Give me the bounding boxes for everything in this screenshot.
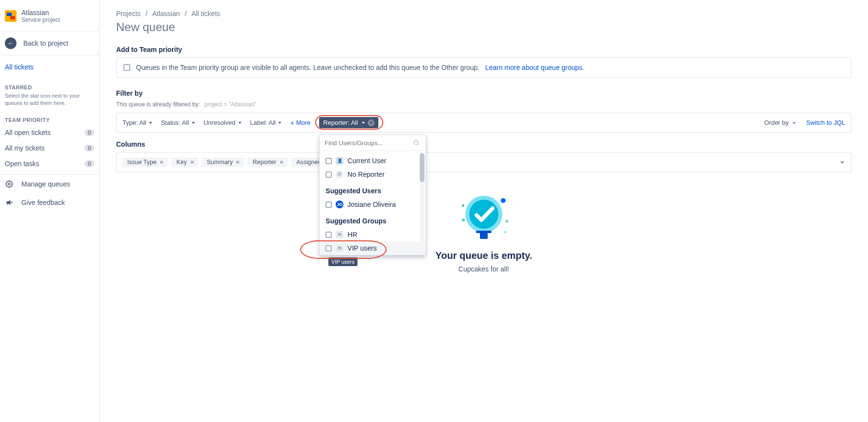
- reporter-dropdown: 👤 Current User No Reporter Suggested: [319, 135, 426, 255]
- close-icon[interactable]: ✕: [159, 159, 164, 166]
- project-header: Atlassian Service project: [0, 0, 99, 28]
- column-tag-summary[interactable]: Summary ✕: [202, 157, 244, 167]
- chevron-down-icon: [362, 122, 365, 124]
- breadcrumb-link-alltickets[interactable]: All tickets: [191, 10, 220, 17]
- search-icon: [413, 139, 420, 146]
- breadcrumb-separator: /: [146, 10, 148, 17]
- filter-chip-status[interactable]: Status: All: [161, 119, 195, 126]
- svg-point-5: [340, 233, 341, 235]
- sidebar-item-label: All open tickets: [5, 129, 51, 136]
- info-box-text: Queues in the Team priority group are vi…: [136, 64, 584, 71]
- column-tag-key[interactable]: Key ✕: [171, 157, 198, 167]
- breadcrumb-link-atlassian[interactable]: Atlassian: [152, 10, 180, 17]
- svg-line-2: [418, 144, 419, 146]
- svg-point-12: [501, 198, 506, 203]
- chevron-down-icon: [149, 122, 152, 124]
- checkbox[interactable]: [325, 202, 332, 208]
- empty-title: Your queue is empty.: [435, 250, 532, 261]
- svg-point-0: [8, 183, 10, 185]
- sidebar-queue-all-my[interactable]: All my tickets 0: [0, 140, 99, 156]
- filter-chip-type[interactable]: Type: All: [122, 119, 152, 126]
- learn-more-link[interactable]: Learn more about queue groups.: [485, 64, 584, 71]
- user-search-input[interactable]: [324, 139, 421, 147]
- main-content: Projects / Atlassian / All tickets New q…: [100, 0, 868, 422]
- switch-to-jql-link[interactable]: Switch to JQL: [806, 119, 845, 126]
- project-name: Atlassian: [21, 9, 60, 17]
- filter-chip-label[interactable]: Label: All: [250, 119, 282, 126]
- sidebar-item-label: All my tickets: [5, 144, 45, 152]
- group-icon: [336, 244, 343, 252]
- dropdown-item-no-reporter[interactable]: No Reporter: [320, 168, 425, 181]
- empty-state: Your queue is empty. Cupcakes for all!: [116, 186, 851, 273]
- starred-help-text: Select the star icon next to your queues…: [0, 92, 99, 111]
- filter-subtitle-prefix: This queue is already filtered by:: [116, 101, 200, 108]
- filter-subtitle-query: project = "Atlassian": [204, 101, 256, 108]
- chevron-down-icon: [238, 122, 241, 124]
- filter-more-button[interactable]: + More: [290, 119, 310, 126]
- user-avatar-icon: 👤: [336, 157, 343, 165]
- close-icon[interactable]: ✕: [279, 159, 284, 166]
- starred-heading: STARRED: [0, 79, 99, 92]
- checkbox[interactable]: [325, 171, 332, 178]
- column-tag-issuetype[interactable]: Issue Type ✕: [122, 157, 168, 167]
- breadcrumb-link-projects[interactable]: Projects: [116, 10, 141, 17]
- gear-icon: [5, 180, 14, 188]
- filter-chip-reporter[interactable]: Reporter: All ✕: [319, 117, 378, 128]
- columns-expand-button[interactable]: [839, 159, 845, 165]
- dropdown-item-current-user[interactable]: 👤 Current User: [320, 154, 425, 168]
- filter-subtitle: This queue is already filtered by: proje…: [116, 101, 851, 108]
- team-priority-section-heading: Add to Team priority: [116, 46, 851, 53]
- column-tag-reporter[interactable]: Reporter ✕: [248, 157, 288, 167]
- dropdown-item-group-vip[interactable]: VIP users: [320, 241, 425, 255]
- svg-point-9: [469, 200, 498, 229]
- filter-more-label: More: [296, 119, 311, 126]
- columns-heading: Columns: [116, 140, 851, 148]
- column-tag-label: Assignee: [296, 159, 321, 166]
- sidebar-item-all-tickets[interactable]: All tickets: [0, 59, 99, 75]
- empty-state-illustration-icon: [455, 186, 513, 244]
- sidebar-item-label: All tickets: [5, 63, 34, 71]
- queue-count-badge: 0: [85, 129, 94, 136]
- dropdown-body: 👤 Current User No Reporter Suggested: [320, 151, 425, 255]
- empty-subtitle: Cupcakes for all!: [459, 265, 509, 273]
- checkbox[interactable]: [325, 158, 332, 164]
- chevron-down-icon: [792, 120, 797, 125]
- svg-point-3: [339, 173, 340, 174]
- dropdown-item-group-hr[interactable]: HR: [320, 228, 425, 241]
- team-priority-heading: TEAM PRIORITY: [0, 111, 99, 125]
- feedback-label: Give feedback: [21, 199, 65, 206]
- give-feedback-link[interactable]: Give feedback: [0, 193, 99, 212]
- sidebar-queue-all-open[interactable]: All open tickets 0: [0, 125, 99, 140]
- svg-rect-11: [476, 231, 492, 233]
- sidebar-item-label: Open tasks: [5, 160, 39, 168]
- close-icon[interactable]: ✕: [190, 159, 194, 166]
- sidebar: Atlassian Service project ← Back to proj…: [0, 0, 100, 422]
- checkbox[interactable]: [325, 245, 332, 252]
- order-by-button[interactable]: Order by: [764, 119, 797, 126]
- checkbox[interactable]: [325, 232, 332, 238]
- svg-point-1: [414, 140, 418, 144]
- user-avatar-icon: JO: [336, 201, 343, 208]
- megaphone-icon: [5, 198, 14, 207]
- group-icon: [336, 231, 343, 238]
- dropdown-item-label: Current User: [347, 157, 386, 165]
- filter-chip-label: Type: All: [122, 119, 146, 126]
- dropdown-search: [320, 135, 425, 151]
- info-text: Queues in the Team priority group are vi…: [136, 64, 479, 71]
- column-tag-label: Issue Type: [127, 159, 156, 166]
- filter-chip-unresolved[interactable]: Unresolved: [204, 119, 241, 126]
- dropdown-item-label: Josiane Oliveira: [347, 201, 396, 208]
- back-arrow-icon: ←: [5, 37, 17, 49]
- remove-filter-icon[interactable]: ✕: [368, 119, 374, 126]
- close-icon[interactable]: ✕: [236, 159, 240, 166]
- sidebar-queue-open-tasks[interactable]: Open tasks 0: [0, 156, 99, 171]
- dropdown-item-user-josiane[interactable]: JO Josiane Oliveira: [320, 198, 425, 211]
- manage-queues-link[interactable]: Manage queues: [0, 175, 99, 193]
- dropdown-scrollbar[interactable]: [420, 153, 425, 253]
- tooltip-vip-users: VIP users: [328, 257, 357, 266]
- team-priority-checkbox[interactable]: [123, 64, 130, 71]
- back-to-project-link[interactable]: ← Back to project: [0, 31, 99, 55]
- plus-icon: +: [290, 119, 294, 126]
- manage-label: Manage queues: [21, 180, 70, 188]
- project-icon: [5, 10, 17, 22]
